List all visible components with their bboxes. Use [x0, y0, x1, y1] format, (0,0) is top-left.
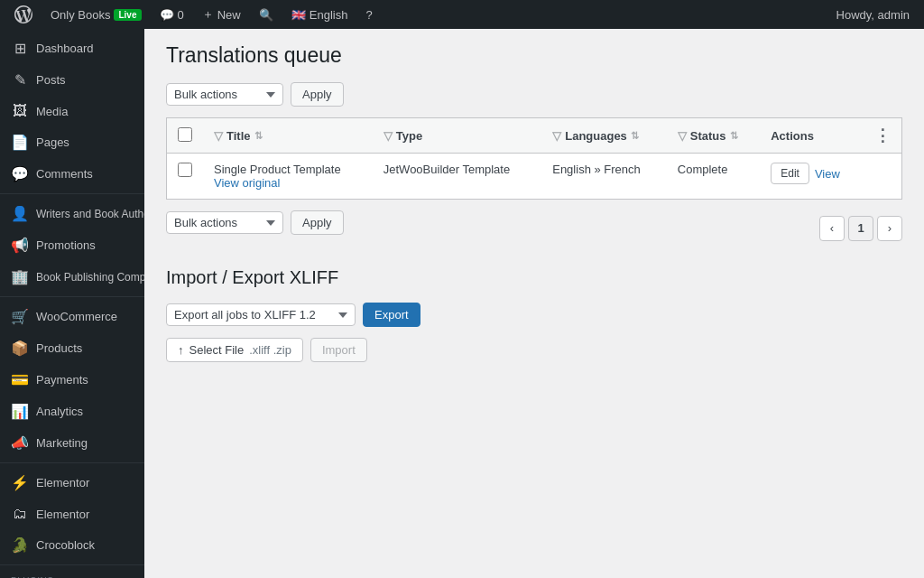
sidebar-label-payments: Payments [36, 373, 88, 387]
translations-table: ▽ Title ⇅ ▽ Type ▽ L [166, 117, 902, 200]
book-publishing-icon: 🏢 [11, 268, 29, 285]
user-greeting-area: Howdy, admin [829, 0, 917, 29]
th-status: ▽ Status ⇅ [667, 118, 760, 154]
wp-logo[interactable] [7, 0, 40, 29]
media-icon: 🖼 [11, 103, 29, 119]
sidebar-item-book-publishing[interactable]: 🏢 Book Publishing Companies [0, 261, 144, 293]
sidebar-label-woocommerce: WooCommerce [36, 310, 117, 323]
help-bar[interactable]: ? [358, 0, 379, 29]
edit-button[interactable]: Edit [771, 163, 809, 184]
select-file-button[interactable]: ↑ Select File .xliff .zip [166, 338, 303, 362]
th-languages-label: Languages [565, 129, 627, 143]
apply-top-button[interactable]: Apply [291, 82, 344, 107]
export-button[interactable]: Export [363, 303, 420, 327]
sidebar-item-analytics[interactable]: 📊 Analytics [0, 396, 144, 427]
filter-status-icon: ▽ [678, 129, 687, 143]
woocommerce-icon: 🛒 [11, 308, 29, 325]
search-bar[interactable]: 🔍 [252, 0, 281, 29]
table-body: Single Product Template View original Je… [167, 154, 902, 200]
sidebar: ⊞ Dashboard ✎ Posts 🖼 Media 📄 Pages 💬 Co… [0, 29, 144, 578]
language-label: English [310, 8, 348, 22]
table-row: Single Product Template View original Je… [167, 154, 902, 200]
new-bar[interactable]: ＋ New [195, 0, 248, 29]
sidebar-label-book-publishing: Book Publishing Companies [36, 271, 144, 284]
sort-title-icon: ⇅ [254, 130, 263, 142]
next-page-button[interactable]: › [877, 216, 902, 241]
sidebar-item-crocoblock[interactable]: 🐊 Crocoblock [0, 529, 144, 561]
elementor-icon: ⚡ [11, 474, 29, 491]
app-layout: ⊞ Dashboard ✎ Posts 🖼 Media 📄 Pages 💬 Co… [0, 29, 924, 578]
sidebar-label-crocoblock: Crocoblock [36, 538, 95, 552]
export-format-select[interactable]: Export all jobs to XLIFF 1.2 [166, 303, 356, 326]
sidebar-item-dashboard[interactable]: ⊞ Dashboard [0, 33, 144, 64]
file-hint: .xliff .zip [249, 343, 291, 357]
filter-type-icon: ▽ [383, 129, 393, 143]
pagination: ‹ 1 › [819, 216, 902, 241]
row-title-cell: Single Product Template View original [203, 154, 373, 200]
th-type: ▽ Type [373, 118, 541, 154]
comments-icon: 💬 [11, 165, 29, 182]
row-status-cell: Complete [667, 154, 760, 200]
writers-icon: 👤 [11, 205, 29, 222]
table-header-row: ▽ Title ⇅ ▽ Type ▽ L [167, 118, 902, 154]
promotions-icon: 📢 [11, 237, 29, 254]
th-actions-label: Actions [771, 129, 814, 143]
sidebar-item-payments[interactable]: 💳 Payments [0, 364, 144, 396]
analytics-icon: 📊 [11, 403, 29, 420]
sort-languages-icon: ⇅ [631, 130, 639, 142]
sidebar-divider-3 [0, 462, 144, 463]
plugins-section-label: PLUGINS [0, 569, 144, 578]
row-checkbox[interactable] [178, 163, 192, 177]
row-action-buttons: Edit View [771, 163, 853, 184]
title-col-header[interactable]: ▽ Title ⇅ [214, 129, 362, 143]
top-bulk-controls: Bulk actions Apply [166, 82, 902, 107]
status-col-header[interactable]: ▽ Status ⇅ [678, 129, 749, 143]
comment-icon: 💬 [160, 8, 174, 22]
prev-page-button[interactable]: ‹ [819, 216, 845, 241]
sidebar-label-products: Products [36, 341, 82, 355]
languages-col-header[interactable]: ▽ Languages ⇅ [552, 129, 656, 143]
user-greeting[interactable]: Howdy, admin [829, 0, 917, 29]
select-all-checkbox[interactable] [178, 127, 192, 142]
admin-bar: Only Books Live 💬 0 ＋ New 🔍 🇬🇧 English ?… [0, 0, 924, 29]
sidebar-label-templates: Elementor [36, 508, 89, 521]
sidebar-item-comments[interactable]: 💬 Comments [0, 158, 144, 190]
import-export-title: Import / Export XLIFF [166, 267, 902, 288]
language-bar[interactable]: 🇬🇧 English [284, 0, 356, 29]
greeting-text: Howdy, admin [836, 8, 910, 22]
sidebar-item-pages[interactable]: 📄 Pages [0, 126, 144, 158]
sidebar-item-templates[interactable]: 🗂 Elementor [0, 499, 144, 529]
sidebar-label-dashboard: Dashboard [36, 42, 94, 55]
row-languages-value: English » French [552, 163, 641, 176]
sidebar-label-pages: Pages [36, 135, 69, 149]
column-options-icon[interactable]: ⋮ [874, 126, 891, 144]
sidebar-item-promotions[interactable]: 📢 Promotions [0, 229, 144, 261]
sidebar-item-elementor[interactable]: ⚡ Elementor [0, 467, 144, 499]
sidebar-item-posts[interactable]: ✎ Posts [0, 64, 144, 96]
bulk-actions-bottom-select[interactable]: Bulk actions [166, 211, 283, 234]
posts-icon: ✎ [11, 71, 29, 89]
sidebar-label-posts: Posts [36, 73, 66, 87]
sidebar-item-products[interactable]: 📦 Products [0, 332, 144, 364]
view-button[interactable]: View [815, 167, 840, 181]
import-button[interactable]: Import [310, 338, 367, 362]
sidebar-label-elementor: Elementor [36, 476, 89, 489]
main-content: Translations queue Bulk actions Apply ▽ … [144, 29, 924, 578]
crocoblock-icon: 🐊 [11, 536, 29, 554]
site-name-bar[interactable]: Only Books Live [43, 0, 149, 29]
apply-bottom-button[interactable]: Apply [291, 210, 344, 235]
type-col-header[interactable]: ▽ Type [383, 129, 531, 143]
sidebar-item-media[interactable]: 🖼 Media [0, 96, 144, 126]
sidebar-item-marketing[interactable]: 📣 Marketing [0, 427, 144, 459]
sidebar-item-writers[interactable]: 👤 Writers and Book Authors [0, 198, 144, 229]
dashboard-icon: ⊞ [11, 40, 29, 57]
comments-bar[interactable]: 💬 0 [152, 0, 191, 29]
bulk-actions-top-select[interactable]: Bulk actions [166, 83, 283, 106]
import-row: ↑ Select File .xliff .zip Import [166, 338, 902, 362]
products-icon: 📦 [11, 340, 29, 357]
view-original-link[interactable]: View original [214, 176, 280, 190]
sidebar-item-woocommerce[interactable]: 🛒 WooCommerce [0, 301, 144, 332]
th-status-label: Status [690, 129, 726, 143]
current-page: 1 [848, 216, 873, 241]
row-checkbox-cell [167, 154, 204, 200]
